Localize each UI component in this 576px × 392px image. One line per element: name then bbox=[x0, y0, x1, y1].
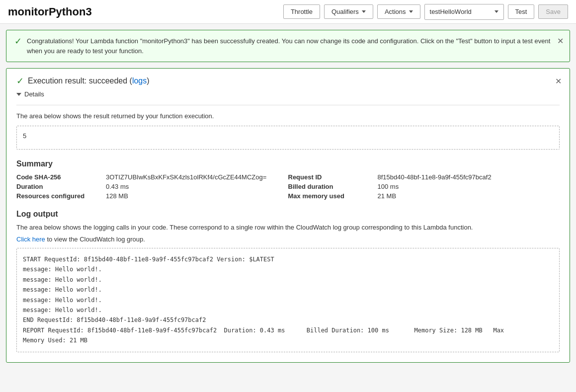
logs-link[interactable]: logs bbox=[132, 77, 147, 85]
log-section: Log output The area below shows the logg… bbox=[16, 210, 560, 352]
summary-value-duration: 0.43 ms bbox=[106, 183, 288, 190]
banner-message: Congratulations! Your Lambda function "m… bbox=[27, 36, 562, 56]
test-button[interactable]: Test bbox=[508, 4, 535, 19]
throttle-button[interactable]: Throttle bbox=[283, 4, 320, 19]
log-output-box: START RequestId: 8f15bd40-48bf-11e8-9a9f… bbox=[16, 248, 560, 352]
header: monitorPython3 Throttle Qualifiers Actio… bbox=[0, 0, 576, 24]
section-divider bbox=[16, 105, 560, 105]
summary-value-billed: 100 ms bbox=[378, 183, 560, 190]
result-header: ✓ Execution result: succeeded (logs) bbox=[16, 77, 560, 85]
result-close-button[interactable]: ✕ bbox=[555, 77, 562, 86]
summary-section: Summary Code SHA-256 3OTIZ7UBIwKsBxKFxSK… bbox=[16, 159, 560, 200]
qualifiers-chevron-icon bbox=[362, 10, 366, 13]
actions-button[interactable]: Actions bbox=[377, 4, 420, 19]
summary-value-reqid: 8f15bd40-48bf-11e8-9a9f-455fc97bcaf2 bbox=[378, 173, 560, 181]
summary-value-maxmem: 21 MB bbox=[378, 192, 560, 200]
summary-grid: Code SHA-256 3OTIZ7UBIwKsBxKFxSK4zls1olR… bbox=[16, 173, 560, 200]
page-title: monitorPython3 bbox=[8, 5, 92, 18]
result-output-value: 5 bbox=[23, 132, 26, 140]
save-button[interactable]: Save bbox=[538, 4, 568, 19]
summary-value-sha: 3OTIZ7UBIwKsBxKFxSK4zls1olRKf4/cGcZE44MC… bbox=[106, 173, 288, 181]
summary-label-maxmem: Max memory used bbox=[288, 192, 378, 200]
result-panel: ✕ ✓ Execution result: succeeded (logs) D… bbox=[6, 68, 570, 363]
summary-label-duration: Duration bbox=[16, 183, 106, 190]
summary-label-reqid: Request ID bbox=[288, 173, 378, 181]
result-description: The area below shows the result returned… bbox=[16, 112, 560, 120]
details-toggle[interactable]: Details bbox=[16, 90, 560, 98]
success-banner: ✓ Congratulations! Your Lambda function … bbox=[6, 30, 570, 62]
success-check-icon: ✓ bbox=[14, 37, 22, 46]
details-triangle-icon bbox=[16, 93, 21, 96]
result-output-box: 5 bbox=[16, 126, 560, 150]
actions-chevron-icon bbox=[409, 10, 413, 13]
banner-close-button[interactable]: ✕ bbox=[557, 36, 564, 46]
log-link-line: Click here to view the CloudWatch log gr… bbox=[16, 235, 560, 244]
summary-label-resources: Resources configured bbox=[16, 192, 106, 200]
summary-label-billed: Billed duration bbox=[288, 183, 378, 190]
result-title: Execution result: succeeded (logs) bbox=[28, 77, 150, 85]
result-success-icon: ✓ bbox=[16, 77, 24, 85]
summary-title: Summary bbox=[16, 159, 560, 168]
qualifiers-button[interactable]: Qualifiers bbox=[324, 4, 373, 19]
cloudwatch-link[interactable]: Click here bbox=[16, 235, 45, 243]
log-description: The area below shows the logging calls i… bbox=[16, 223, 560, 233]
log-title: Log output bbox=[16, 210, 560, 219]
summary-value-resources: 128 MB bbox=[106, 192, 288, 200]
test-event-select[interactable]: testHelloWorld bbox=[424, 4, 504, 20]
test-event-chevron-icon bbox=[494, 10, 498, 13]
summary-label-sha: Code SHA-256 bbox=[16, 173, 106, 181]
